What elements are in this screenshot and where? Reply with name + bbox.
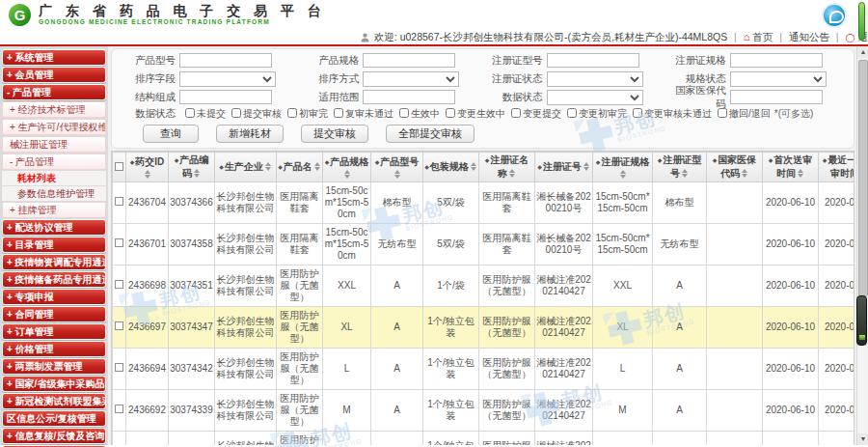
status-option-3[interactable]: 复审未通过 — [328, 108, 393, 119]
table-row[interactable]: 243670130374358长沙邦创生物科技有限公司医用隔离鞋套15cm-50… — [113, 224, 855, 265]
sidebar-item-0[interactable]: + 系统管理 — [2, 49, 106, 66]
sort-order-select[interactable] — [363, 71, 459, 87]
row-checkbox[interactable] — [115, 363, 123, 372]
sort-icon[interactable] — [145, 170, 151, 179]
sidebar-item-7[interactable]: 耗材列表 — [2, 171, 106, 185]
row-checkbox[interactable] — [115, 238, 123, 247]
status-option-0[interactable]: 未提交 — [179, 108, 226, 119]
column-header-4[interactable]: ◆产品规格 — [323, 153, 371, 182]
sort-icon[interactable] — [394, 170, 401, 179]
sidebar-item-9[interactable]: + 挂牌管理 — [2, 202, 106, 218]
sidebar-item-19[interactable]: + 国家/省级集中采购品种 — [2, 376, 106, 392]
sidebar-item-8[interactable]: 参数信息维护管理 — [2, 186, 106, 201]
status-checkbox-3[interactable] — [334, 108, 343, 118]
status-checkbox-5[interactable] — [446, 108, 455, 118]
scroll-down-arrow[interactable]: ▼ — [857, 433, 868, 445]
home-link[interactable]: 首页 — [752, 31, 773, 42]
sort-icon[interactable] — [798, 169, 804, 178]
table-row[interactable]: 243669730374347长沙邦创生物科技有限公司医用防护服（无菌型）XLA… — [113, 307, 855, 349]
data-status-select[interactable] — [547, 90, 643, 105]
chat-float-icon[interactable] — [822, 3, 847, 28]
sort-field-select[interactable] — [179, 71, 276, 87]
sort-icon[interactable] — [583, 162, 590, 171]
status-option-4[interactable]: 生效中 — [393, 108, 440, 119]
sort-icon[interactable] — [742, 169, 748, 178]
sort-icon[interactable] — [682, 169, 689, 178]
regcert-status-select[interactable] — [547, 71, 643, 87]
sort-icon[interactable] — [509, 169, 516, 178]
table-row[interactable]: 243669030374336长沙邦创生物科技有限公司医用防护服（无菌型）SA1… — [113, 432, 855, 446]
column-header-8[interactable]: ◆注册证号 — [535, 153, 593, 182]
sidebar-item-15[interactable]: + 合同管理 — [2, 306, 106, 322]
vertical-scrollbar[interactable]: ▲ ▼ — [856, 46, 868, 445]
regcert-model-input[interactable] — [547, 53, 639, 68]
column-header-10[interactable]: ◆注册证型号 — [653, 153, 707, 182]
product-spec-input[interactable] — [363, 53, 455, 68]
column-header-6[interactable]: ◆包装规格 — [423, 153, 479, 182]
status-checkbox-4[interactable] — [399, 108, 409, 118]
sidebar-item-20[interactable]: + 新冠检测试剂联盟集采 — [2, 393, 106, 409]
sidebar-item-6[interactable]: - 产品管理 — [2, 154, 106, 170]
sidebar-item-21[interactable]: 区信息公示/复核管理 — [2, 410, 106, 427]
regcert-spec-input[interactable] — [730, 53, 823, 68]
sidebar-item-10[interactable]: + 配送协议管理 — [2, 219, 106, 236]
status-checkbox-2[interactable] — [287, 108, 297, 118]
status-option-8[interactable]: 变更审核未通过 — [627, 108, 712, 119]
column-header-13[interactable]: ◆最近一次送审时间 — [819, 153, 855, 182]
sort-icon[interactable] — [471, 162, 477, 171]
sidebar-item-16[interactable]: + 订单管理 — [2, 323, 106, 340]
table-row[interactable]: 243669430374342长沙邦创生物科技有限公司医用防护服（无菌型）LA1… — [113, 349, 855, 390]
select-all-checkbox[interactable] — [115, 162, 123, 171]
status-checkbox-8[interactable] — [633, 108, 642, 118]
add-material-button[interactable]: 新增耗材 — [216, 125, 284, 143]
scrollbar-thumb[interactable] — [858, 60, 868, 296]
status-option-1[interactable]: 提交审核 — [226, 108, 282, 119]
status-option-2[interactable]: 初审完 — [282, 108, 328, 119]
status-checkbox-7[interactable] — [567, 108, 577, 118]
floating-plugin-widget[interactable] — [856, 295, 867, 346]
column-header-12[interactable]: ◆首次送审时间 — [763, 153, 819, 182]
row-checkbox[interactable] — [115, 321, 123, 330]
column-header-3[interactable]: ◆产品名 — [277, 153, 323, 182]
column-header-0[interactable]: ◆药交ID — [126, 153, 169, 182]
status-option-5[interactable]: 变更生效中 — [440, 108, 505, 119]
sort-icon[interactable] — [265, 162, 272, 171]
status-checkbox-0[interactable] — [185, 108, 195, 118]
sidebar-item-13[interactable]: + 疫情储备药品专用通道 — [2, 271, 106, 288]
sort-icon[interactable] — [620, 170, 627, 179]
notice-link[interactable]: 通知公告 — [789, 31, 829, 42]
scroll-up-arrow[interactable]: ▲ — [857, 46, 868, 58]
sidebar-item-11[interactable]: + 目录管理 — [2, 237, 106, 253]
insurance-code-input[interactable] — [730, 90, 823, 104]
submit-review-button[interactable]: 提交审核 — [301, 125, 368, 143]
sidebar-item-4[interactable]: + 生产许可/代理授权维 — [2, 119, 106, 135]
sidebar-item-18[interactable]: + 两票制发票管理 — [2, 358, 106, 375]
sidebar-item-5[interactable]: 械注册证管理 — [2, 136, 106, 153]
product-model-input[interactable] — [179, 53, 272, 68]
sidebar-item-3[interactable]: + 经济技术标管理 — [2, 101, 106, 118]
scope-input[interactable] — [363, 90, 455, 104]
table-row[interactable]: 243669230374339长沙邦创生物科技有限公司医用防护服（无菌型）MA1… — [113, 390, 855, 432]
column-header-11[interactable]: ◆国家医保代码 — [707, 153, 763, 182]
status-option-9[interactable]: 撤回/退回 — [712, 108, 771, 119]
status-option-7[interactable]: 变更初审完 — [561, 108, 627, 119]
sort-icon[interactable] — [194, 169, 201, 178]
sidebar-item-14[interactable]: + 专项申报 — [2, 289, 106, 305]
column-header-5[interactable]: ◆产品型号 — [371, 153, 423, 182]
sidebar-item-17[interactable]: + 价格管理 — [2, 341, 106, 357]
table-row[interactable]: 243670430374366长沙邦创生物科技有限公司医用隔离鞋套15cm-50… — [113, 182, 855, 224]
row-checkbox[interactable] — [115, 280, 123, 289]
status-checkbox-1[interactable] — [231, 108, 241, 118]
column-header-2[interactable]: ◆生产企业 — [215, 153, 277, 182]
float-sidebar-handle[interactable] — [858, 2, 865, 41]
row-checkbox[interactable] — [115, 197, 123, 206]
sidebar-item-12[interactable]: + 疫情物资调配专用通道 — [2, 254, 106, 270]
structure-input[interactable] — [179, 90, 272, 104]
row-checkbox[interactable] — [115, 405, 123, 413]
search-button[interactable]: 查询 — [143, 125, 199, 143]
status-checkbox-6[interactable] — [511, 108, 521, 118]
column-header-1[interactable]: ◆产品编码 — [169, 153, 215, 182]
sidebar-item-1[interactable]: + 会员管理 — [2, 67, 106, 83]
table-row[interactable]: 243669830374351长沙邦创生物科技有限公司医用防护服（无菌型）XXL… — [113, 265, 855, 307]
sidebar-item-22[interactable]: + 信息复核/反馈及咨询管 — [2, 428, 106, 444]
